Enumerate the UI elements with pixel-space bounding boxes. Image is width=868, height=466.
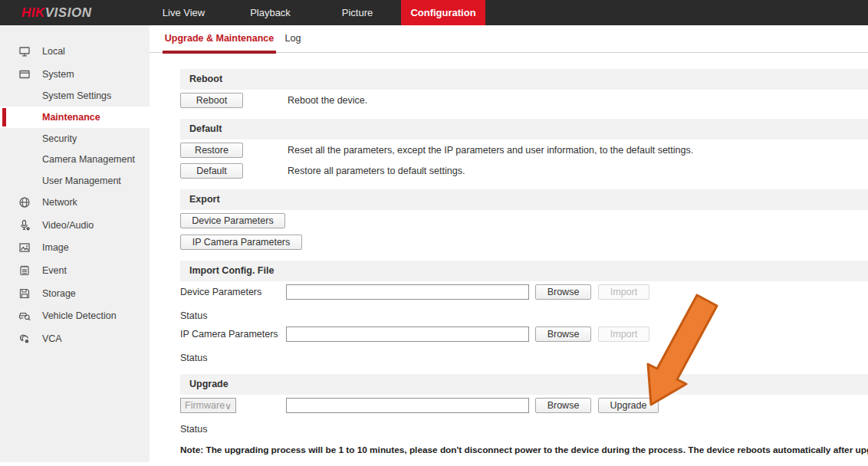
sidebar-item-storage[interactable]: Storage — [0, 283, 150, 304]
sidebar-item-label: Local — [42, 41, 65, 62]
reboot-button[interactable]: Reboot — [180, 93, 243, 108]
section-title-import-config: Import Config. File — [180, 261, 868, 281]
sidebar-item-label: System Settings — [42, 85, 111, 107]
upgrade-file-input[interactable] — [286, 398, 529, 413]
sidebar-item-label: User Management — [42, 170, 121, 192]
sidebar-item-security[interactable]: Security — [0, 128, 150, 149]
section-title-default: Default — [180, 119, 868, 139]
storage-icon — [18, 287, 31, 300]
sidebar-item-network[interactable]: Network — [0, 192, 150, 213]
sidebar-item-system[interactable]: System — [0, 64, 150, 85]
sidebar-item-label: Maintenance — [42, 107, 100, 128]
sidebar-item-system-settings[interactable]: System Settings — [0, 85, 150, 107]
import-device-parameters-label: Device Parameters — [180, 284, 261, 300]
sidebar-item-user-management[interactable]: User Management — [0, 170, 150, 192]
import-ip-camera-import-button[interactable]: Import — [598, 327, 649, 342]
restore-button[interactable]: Restore — [180, 143, 243, 158]
sidebar-item-maintenance[interactable]: Maintenance — [0, 107, 150, 128]
import-device-status-label: Status — [180, 308, 207, 323]
sidebar-item-label: Video/Audio — [42, 215, 94, 236]
import-device-parameters-input[interactable] — [286, 284, 529, 300]
import-ip-camera-parameters-label: IP Camera Parameters — [180, 327, 278, 342]
restore-description: Reset all the parameters, except the IP … — [288, 143, 693, 158]
vca-icon — [18, 333, 31, 345]
nav-live-view[interactable]: Live View — [140, 0, 227, 25]
tab-log[interactable]: Log — [274, 25, 312, 52]
sidebar-item-event[interactable]: Event — [0, 260, 150, 281]
import-ip-camera-browse-button[interactable]: Browse — [535, 327, 591, 342]
system-icon — [18, 68, 31, 80]
sidebar-item-label: Vehicle Detection — [42, 305, 117, 327]
vehicle-search-icon — [18, 310, 31, 322]
top-bar: HIKVISION Live View Playback Picture Con… — [0, 0, 868, 25]
sidebar-item-label: System — [42, 64, 74, 85]
sidebar-item-vehicle-detection[interactable]: Vehicle Detection — [0, 305, 150, 327]
reboot-description: Reboot the device. — [288, 93, 367, 108]
microphone-icon — [18, 219, 31, 231]
sidebar-item-video-audio[interactable]: Video/Audio — [0, 215, 150, 236]
hikvision-config-page: HIKVISION Live View Playback Picture Con… — [0, 0, 868, 466]
upgrade-status-label: Status — [180, 422, 207, 437]
nav-playback[interactable]: Playback — [227, 0, 314, 25]
upgrade-browse-button[interactable]: Browse — [535, 398, 591, 413]
nav-configuration[interactable]: Configuration — [401, 0, 485, 25]
firmware-type-select[interactable]: Firmware ∨ — [180, 398, 236, 413]
section-title-reboot: Reboot — [180, 69, 868, 90]
tab-bar: Upgrade & Maintenance Log — [150, 25, 868, 53]
section-title-upgrade: Upgrade — [180, 374, 868, 395]
sidebar-item-camera-management[interactable]: Camera Management — [0, 149, 150, 170]
default-button[interactable]: Default — [180, 163, 243, 179]
import-device-import-button[interactable]: Import — [598, 284, 649, 300]
sidebar-item-label: Network — [42, 192, 77, 213]
sidebar-item-vca[interactable]: VCA — [0, 328, 150, 350]
sidebar-item-label: Image — [42, 237, 69, 258]
chevron-down-icon: ∨ — [225, 400, 232, 412]
sidebar: Local System System Settings Maintenance… — [0, 25, 150, 462]
default-description: Restore all parameters to default settin… — [288, 163, 465, 179]
import-device-browse-button[interactable]: Browse — [535, 284, 591, 300]
sidebar-item-label: Camera Management — [42, 149, 135, 170]
sidebar-item-label: VCA — [42, 328, 62, 350]
import-ip-camera-status-label: Status — [180, 350, 207, 366]
firmware-type-value: Firmware — [185, 400, 225, 411]
export-ip-camera-parameters-button[interactable]: IP Camera Parameters — [180, 235, 302, 250]
sidebar-item-label: Security — [42, 128, 77, 149]
sidebar-item-label: Event — [42, 260, 67, 281]
monitor-icon — [18, 45, 31, 57]
globe-icon — [18, 196, 31, 208]
logo-vision-text: VISION — [45, 5, 92, 20]
hikvision-logo: HIKVISION — [21, 0, 91, 25]
upgrade-note: Note: The upgrading process will be 1 to… — [180, 445, 868, 455]
upgrade-button[interactable]: Upgrade — [598, 398, 659, 413]
nav-picture[interactable]: Picture — [314, 0, 401, 25]
sidebar-item-image[interactable]: Image — [0, 237, 150, 258]
image-icon — [18, 241, 31, 254]
event-icon — [18, 264, 31, 277]
tab-upgrade-maintenance[interactable]: Upgrade & Maintenance — [163, 25, 276, 52]
main-content: Upgrade & Maintenance Log Reboot Reboot … — [150, 25, 868, 466]
section-title-export: Export — [180, 189, 868, 210]
export-device-parameters-button[interactable]: Device Parameters — [180, 213, 285, 228]
logo-hik-text: HIK — [21, 5, 45, 20]
import-ip-camera-parameters-input[interactable] — [286, 327, 529, 342]
sidebar-item-label: Storage — [42, 283, 76, 304]
sidebar-item-local[interactable]: Local — [0, 41, 150, 62]
